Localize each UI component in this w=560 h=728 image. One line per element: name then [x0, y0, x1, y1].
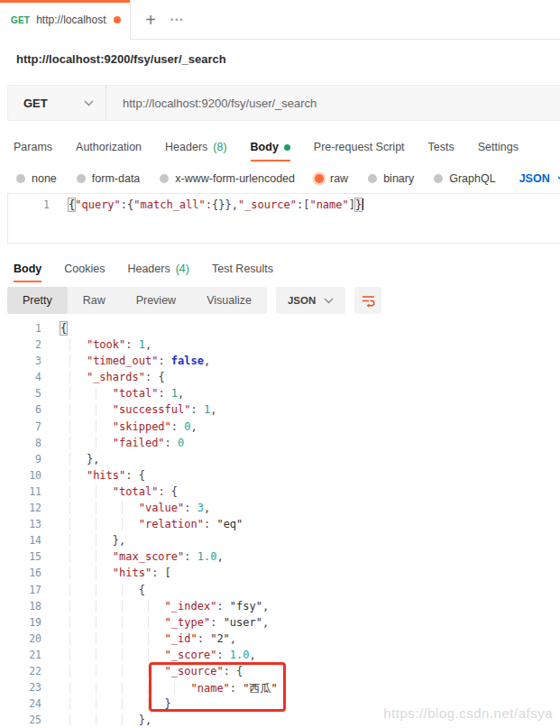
radio-form-data[interactable]: form-data: [77, 172, 141, 185]
code-line: 14 },: [0, 534, 560, 550]
code-line: 21 "_score": 1.0,: [0, 649, 560, 665]
tab-pre-request-script[interactable]: Pre-request Script: [314, 133, 405, 161]
code-line: 7 "skipped": 0,: [0, 420, 560, 437]
code-line: 5 "total": 1,: [0, 387, 560, 403]
code-line: 9 },: [0, 453, 560, 469]
wrap-lines-button[interactable]: [354, 287, 381, 314]
radio-icon: [160, 174, 169, 183]
radio-icon: [16, 174, 25, 183]
line-number: 13: [0, 518, 60, 534]
view-mode-segmented-control: Pretty Raw Preview Visualize: [7, 287, 267, 314]
tab-authorization[interactable]: Authorization: [76, 133, 142, 161]
line-number: 1: [0, 322, 60, 338]
radio-icon: [368, 174, 377, 183]
line-number: 1: [8, 198, 69, 215]
method-select[interactable]: GET: [8, 86, 106, 120]
response-tab-test-results[interactable]: Test Results: [212, 255, 273, 282]
tab-headers[interactable]: Headers(8): [165, 133, 227, 161]
tab-options-icon[interactable]: •••: [170, 0, 184, 40]
request-body-editor[interactable]: 1{"query":{"match_all":{}},"_source":["n…: [7, 193, 560, 244]
body-filled-dot-icon: [284, 144, 290, 151]
radio-binary[interactable]: binary: [368, 172, 414, 185]
tab-title: http://localhost:92...: [36, 14, 107, 26]
request-name: http://localhost:9200/fsy/user/_search: [0, 40, 560, 78]
line-number: 5: [0, 387, 60, 403]
url-bar: GET: [7, 85, 560, 121]
response-tab-body[interactable]: Body: [14, 255, 41, 282]
code-line: 4 "_shards": {: [0, 371, 560, 387]
line-number: 10: [0, 469, 60, 485]
response-headers-count-badge: (4): [176, 255, 189, 282]
line-number: 15: [0, 550, 60, 567]
code-line: 3 "timed_out": false,: [0, 355, 560, 371]
tab-params[interactable]: Params: [14, 133, 52, 161]
code-line: 6 "successful": 1,: [0, 403, 560, 419]
line-number: 22: [0, 665, 60, 681]
tab-method-label: GET: [11, 15, 30, 25]
tab-body[interactable]: Body: [251, 133, 290, 161]
line-number: 7: [0, 420, 60, 437]
code-line: 17 {: [0, 584, 560, 600]
line-number: 6: [0, 403, 60, 419]
line-number: 17: [0, 584, 60, 600]
line-number: 12: [0, 502, 60, 518]
new-tab-button[interactable]: +: [131, 0, 170, 40]
radio-graphql[interactable]: GraphQL: [434, 172, 495, 185]
line-number: 14: [0, 534, 60, 550]
code-line: 1{"query":{"match_all":{}},"_source":["n…: [8, 198, 560, 215]
radio-icon: [434, 174, 443, 183]
radio-none[interactable]: none: [16, 172, 57, 185]
code-line: 10 "hits": {: [0, 469, 560, 485]
view-mode-raw[interactable]: Raw: [68, 287, 121, 314]
line-number: 23: [0, 681, 60, 697]
line-number: 24: [0, 697, 60, 714]
line-number: 9: [0, 453, 60, 469]
unsaved-dot-icon: [114, 16, 121, 23]
response-tab-headers[interactable]: Headers(4): [127, 255, 189, 282]
line-number: 3: [0, 355, 60, 371]
code-line: 8 "failed": 0: [0, 437, 560, 453]
code-line: 16 "hits": [: [0, 567, 560, 583]
request-tab[interactable]: GET http://localhost:92...: [0, 0, 131, 40]
tab-tests[interactable]: Tests: [428, 133, 454, 161]
response-tabs: Body Cookies Headers(4) Test Results: [0, 255, 560, 282]
headers-count-badge: (8): [213, 134, 226, 161]
code-line: 18 "_index": "fsy",: [0, 600, 560, 616]
view-mode-visualize[interactable]: Visualize: [191, 287, 267, 314]
watermark-text: https://blog.csdn.net/afsya: [383, 705, 553, 721]
tab-settings[interactable]: Settings: [478, 133, 519, 161]
view-mode-pretty[interactable]: Pretty: [7, 287, 68, 314]
line-number: 18: [0, 600, 60, 616]
response-format-select[interactable]: JSON: [276, 287, 345, 314]
response-view-bar: Pretty Raw Preview Visualize JSON: [7, 287, 560, 314]
line-number: 2: [0, 338, 60, 355]
line-number: 20: [0, 632, 60, 649]
line-number: 16: [0, 567, 60, 583]
response-body-viewer[interactable]: https://blog.csdn.net/afsya 1{2 "took": …: [0, 319, 560, 728]
method-label: GET: [23, 97, 48, 110]
url-input[interactable]: [106, 86, 560, 120]
line-number: 8: [0, 437, 60, 453]
code-line: 15 "max_score": 1.0,: [0, 550, 560, 567]
code-line: 23 "name": "西瓜": [0, 681, 560, 697]
code-line: 1{: [0, 322, 560, 338]
view-mode-preview[interactable]: Preview: [121, 287, 191, 314]
radio-selected-icon: [315, 174, 324, 183]
wrap-lines-icon: [361, 293, 376, 309]
line-number: 11: [0, 485, 60, 502]
line-number: 25: [0, 714, 60, 728]
radio-x-www-form-urlencoded[interactable]: x-www-form-urlencoded: [160, 172, 295, 185]
code-line: 11 "total": {: [0, 485, 560, 502]
radio-raw[interactable]: raw: [315, 172, 348, 185]
text-caret: [362, 198, 363, 210]
response-tab-cookies[interactable]: Cookies: [64, 255, 105, 282]
code-line: 12 "value": 3,: [0, 502, 560, 518]
body-format-select[interactable]: JSON: [519, 172, 560, 185]
code-line: 19 "_type": "user",: [0, 616, 560, 632]
request-tabs: Params Authorization Headers(8) Body Pre…: [0, 133, 560, 161]
line-number: 21: [0, 649, 60, 665]
request-tab-bar: GET http://localhost:92... + •••: [0, 0, 560, 40]
line-number: 4: [0, 371, 60, 387]
line-number: 19: [0, 616, 60, 632]
code-line: 22 "_source": {: [0, 665, 560, 681]
